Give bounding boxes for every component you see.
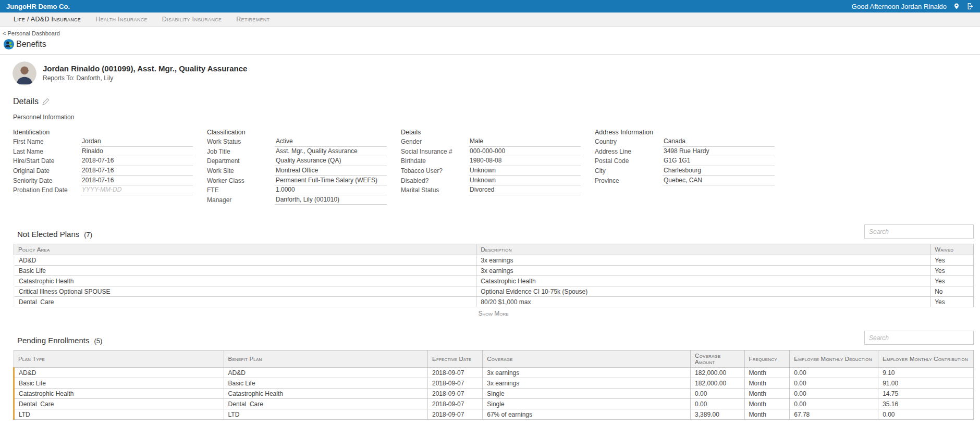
column-header[interactable]: Policy Area (14, 244, 476, 255)
table-row[interactable]: Catastrophic HealthCatastrophic Health20… (14, 389, 974, 399)
cell: Critical Illness Optional SPOUSE (14, 286, 476, 297)
cell: 3x earnings (476, 266, 930, 276)
not-elected-search-input[interactable] (864, 224, 974, 239)
cell: 3,389.00 (691, 409, 744, 420)
field-row: Work SiteMontreal Office (207, 166, 387, 176)
topbar: JungoHR Demo Co. Good Afternoon Jordan R… (0, 0, 980, 12)
cell: 0.00 (691, 389, 744, 399)
field-row: ManagerDanforth, Lily (001010) (207, 195, 387, 205)
field-value[interactable]: Charlesbourg (663, 166, 775, 176)
field-value[interactable]: 1.0000 (275, 185, 387, 195)
group-title: Details (401, 127, 581, 137)
cell: AD&D (14, 255, 476, 266)
column-header[interactable]: Waived (930, 244, 974, 255)
field-value[interactable]: Quebec, CAN (663, 176, 775, 185)
field-value[interactable]: Unknown (469, 176, 581, 185)
field-label: Department (207, 157, 275, 165)
table-row[interactable]: Catastrophic HealthCatastrophic HealthYe… (14, 276, 974, 286)
field-value[interactable]: 3498 Rue Hardy (663, 147, 775, 157)
field-value[interactable]: 2018-07-16 (81, 156, 193, 166)
field-value[interactable]: Jordan (81, 137, 193, 147)
column-header[interactable]: Effective Date (428, 351, 483, 368)
cell: 2018-09-07 (428, 368, 483, 378)
cell: 14.75 (878, 389, 974, 399)
cell: Basic Life (14, 266, 476, 276)
cell: Yes (930, 266, 974, 276)
edit-icon[interactable] (42, 98, 50, 105)
breadcrumb-personal-dashboard[interactable]: < Personal Dashboard (0, 27, 60, 36)
table-row[interactable]: AD&D3x earningsYes (14, 255, 974, 266)
field-value[interactable]: Male (469, 137, 581, 147)
location-pin-icon[interactable] (953, 2, 960, 10)
field-value[interactable]: Quality Assurance (QA) (275, 156, 387, 166)
field-value[interactable]: Active (275, 137, 387, 147)
brand-title: JungoHR Demo Co. (6, 3, 70, 10)
cell: 0.00 (691, 399, 744, 409)
field-label: Original Date (13, 167, 81, 174)
field-value[interactable]: Divorced (469, 185, 581, 195)
field-value[interactable]: YYYY-MM-DD (81, 185, 193, 195)
column-header[interactable]: Employee Monthly Deduction (790, 351, 878, 368)
table-row[interactable]: Dental Care80/20 $1,000 maxYes (14, 297, 974, 307)
table-row[interactable]: AD&DAD&D2018-09-073x earnings182,000.00M… (14, 368, 974, 378)
header-row: Policy AreaDescriptionWaived (14, 244, 974, 255)
field-value[interactable]: Danforth, Lily (001010) (275, 195, 387, 205)
column-header[interactable]: Coverage (483, 351, 691, 368)
table-row[interactable]: Basic LifeBasic Life2018-09-073x earning… (14, 378, 974, 389)
cell: Yes (930, 276, 974, 286)
field-row: Worker ClassPermanent Full-Time Salary (… (207, 176, 387, 185)
field-value[interactable]: 2018-07-16 (81, 176, 193, 185)
column-header[interactable]: Description (476, 244, 930, 255)
field-label: Address Line (595, 148, 663, 155)
cell: 35.16 (878, 399, 974, 409)
field-value[interactable]: Canada (663, 137, 775, 147)
show-more-button[interactable]: Show More (478, 310, 508, 317)
cell: 182,000.00 (691, 378, 744, 389)
pending-enrollments-search-input[interactable] (864, 331, 974, 345)
table-row[interactable]: Critical Illness Optional SPOUSEOptional… (14, 286, 974, 297)
tab-life-add-insurance[interactable]: Life / AD&D Insurance (6, 12, 88, 26)
column-header[interactable]: Plan Type (14, 351, 224, 368)
tab-retirement[interactable]: Retirement (229, 12, 277, 26)
tab-health-insurance[interactable]: Health Insurance (88, 12, 155, 26)
field-row: FTE1.0000 (207, 185, 387, 195)
cell: LTD (224, 409, 427, 420)
cell: LTD (14, 409, 224, 420)
field-label: Country (595, 138, 663, 145)
field-row: CountryCanada (595, 137, 775, 147)
field-value[interactable]: Permanent Full-Time Salary (WEFS) (275, 176, 387, 185)
employee-avatar (13, 61, 36, 85)
field-value[interactable]: Montreal Office (275, 166, 387, 176)
field-value[interactable]: 000-000-000 (469, 147, 581, 157)
field-value[interactable]: Unknown (469, 166, 581, 176)
logout-icon[interactable] (966, 2, 975, 10)
pending-enrollments-count: (5) (94, 337, 102, 345)
personnel-information-subtitle: Personnel Information (13, 114, 980, 121)
benefits-icon (3, 39, 15, 50)
field-value[interactable]: 1980-08-08 (469, 156, 581, 166)
table-row[interactable]: Basic Life3x earningsYes (14, 266, 974, 276)
field-row: Disabled?Unknown (401, 176, 581, 185)
field-row: Job TitleAsst. Mgr., Quality Assurance (207, 147, 387, 157)
not-elected-plans-section: Not Elected Plans (7) Policy AreaDescrip… (0, 224, 980, 317)
column-header[interactable]: Coverage Amount (691, 351, 744, 368)
cell: AD&D (224, 368, 427, 378)
column-header[interactable]: Frequency (744, 351, 790, 368)
tab-disability-insurance[interactable]: Disability Insurance (155, 12, 229, 26)
cell: Optional Evidence CI 10-75k (Spouse) (476, 286, 930, 297)
table-row[interactable]: LTDLTD2018-09-0767% of earnings3,389.00M… (14, 409, 974, 420)
cell: Month (744, 409, 790, 420)
column-header[interactable]: Benefit Plan (224, 351, 427, 368)
column-header[interactable]: Employer Monthly Contribution (878, 351, 974, 368)
cell: 2018-09-07 (428, 409, 483, 420)
table-row[interactable]: Dental CareDental Care2018-09-07Single0.… (14, 399, 974, 409)
cell: 67% of earnings (483, 409, 691, 420)
field-value[interactable]: 2018-07-16 (81, 166, 193, 176)
field-value[interactable]: G1G 1G1 (663, 156, 775, 166)
field-row: Tobacco User?Unknown (401, 166, 581, 176)
cell: Month (744, 368, 790, 378)
field-label: Last Name (13, 148, 81, 155)
field-value[interactable]: Asst. Mgr., Quality Assurance (275, 147, 387, 157)
field-value[interactable]: Rinaldo (81, 147, 193, 157)
cell: Catastrophic Health (14, 276, 476, 286)
